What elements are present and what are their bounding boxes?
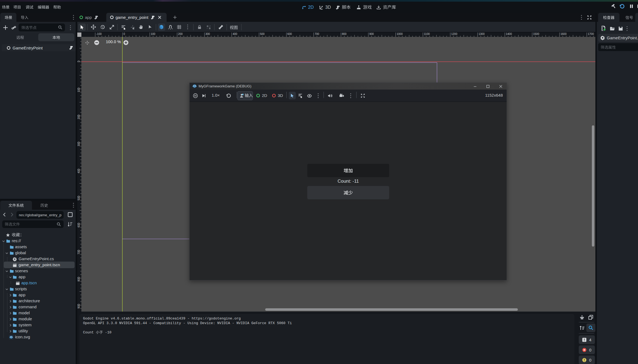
svg-text:500: 500: [260, 32, 265, 35]
svg-text:1400: 1400: [506, 32, 512, 35]
svg-text:200: 200: [178, 32, 183, 35]
svg-text:900: 900: [369, 32, 374, 35]
svg-text:900: 900: [77, 304, 80, 309]
svg-text:800: 800: [77, 277, 80, 282]
svg-text:600: 600: [287, 32, 292, 35]
svg-text:200: 200: [77, 115, 80, 119]
svg-text:1500: 1500: [533, 32, 539, 35]
svg-text:700: 700: [315, 32, 319, 35]
svg-text:1600: 1600: [560, 32, 567, 35]
svg-text:1200: 1200: [451, 32, 457, 35]
svg-text:600: 600: [77, 223, 80, 227]
svg-text:1000: 1000: [397, 32, 403, 35]
svg-text:1100: 1100: [424, 32, 430, 35]
svg-text:0: 0: [123, 32, 125, 35]
svg-text:400: 400: [77, 169, 80, 173]
svg-text:700: 700: [77, 250, 80, 254]
svg-text:300: 300: [77, 142, 80, 146]
svg-text:1700: 1700: [588, 32, 594, 35]
svg-text:100: 100: [151, 32, 155, 35]
svg-text:-100: -100: [96, 32, 102, 35]
svg-text:400: 400: [233, 32, 237, 35]
svg-text:1300: 1300: [478, 32, 485, 35]
svg-text:500: 500: [77, 196, 80, 200]
svg-text:100: 100: [77, 88, 80, 92]
svg-text:800: 800: [342, 32, 347, 35]
svg-text:300: 300: [205, 32, 210, 35]
svg-text:0: 0: [77, 61, 80, 62]
